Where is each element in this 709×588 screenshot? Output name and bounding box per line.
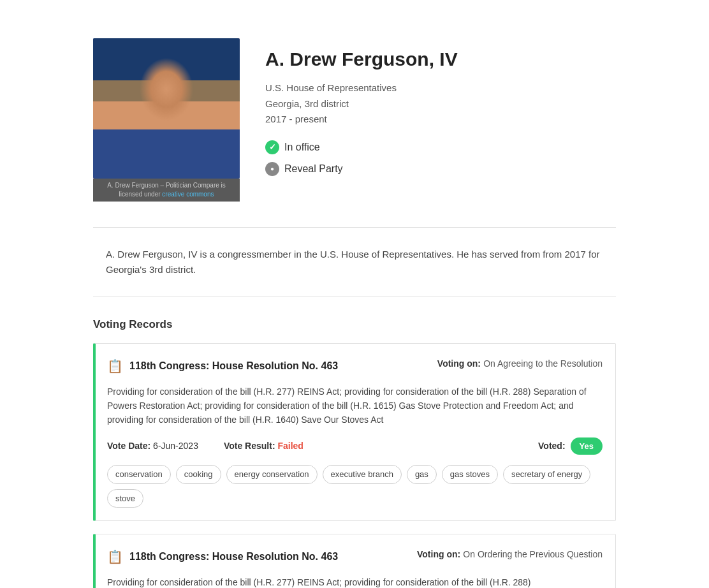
vote-result-value-1: Failed [277, 441, 303, 451]
caption-link[interactable]: creative commons [162, 191, 214, 198]
politician-district: Georgia, 3rd district [265, 97, 616, 112]
card-2-header: 📋 118th Congress: House Resolution No. 4… [107, 547, 603, 566]
card-1-voting-on: Voting on: On Agreeing to the Resolution [437, 356, 603, 371]
voting-on-value-1: On Agreeing to the Resolution [483, 358, 603, 369]
vote-date-label-1: Vote Date: [107, 441, 150, 451]
card-2-description: Providing for consideration of the bill … [107, 575, 603, 588]
card-1-title: 118th Congress: House Resolution No. 463 [129, 358, 338, 374]
page-wrapper: A. Drew Ferguson – Politician Compare is… [68, 0, 641, 588]
doc-icon-2: 📋 [107, 547, 123, 566]
bio-divider [93, 297, 616, 297]
doc-icon-1: 📋 [107, 356, 123, 376]
tag-energy-conservation[interactable]: energy conservation [226, 465, 318, 484]
profile-info: A. Drew Ferguson, IV U.S. House of Repre… [265, 38, 616, 183]
voted-label-1: Voted: [538, 439, 566, 453]
voting-records-section: Voting Records 📋 118th Congress: House R… [93, 316, 616, 588]
card-2-title-row: 📋 118th Congress: House Resolution No. 4… [107, 547, 338, 566]
card-2-voting-on: Voting on: On Ordering the Previous Ques… [417, 547, 603, 562]
card-1-voted: Voted: Yes [538, 437, 603, 455]
caption-text: A. Drew Ferguson – Politician Compare [107, 182, 219, 189]
tag-conservation[interactable]: conservation [107, 465, 171, 484]
tag-cooking[interactable]: cooking [176, 465, 221, 484]
card-1-title-row: 📋 118th Congress: House Resolution No. 4… [107, 356, 338, 376]
voting-records-title: Voting Records [93, 316, 616, 333]
vote-date-value-1: 6-Jun-2023 [153, 441, 198, 451]
image-caption: A. Drew Ferguson – Politician Compare is… [93, 179, 240, 202]
profile-image-wrapper: A. Drew Ferguson – Politician Compare is… [93, 38, 240, 202]
tag-gas-stoves[interactable]: gas stoves [442, 465, 498, 484]
tag-executive-branch[interactable]: executive branch [323, 465, 402, 484]
in-office-label: In office [284, 140, 320, 155]
tag-gas[interactable]: gas [407, 465, 437, 484]
voting-on-label-2: Voting on: [417, 549, 460, 559]
voting-on-label-1: Voting on: [437, 358, 481, 369]
reveal-party-icon [265, 162, 279, 176]
card-2-title: 118th Congress: House Resolution No. 463 [129, 549, 338, 564]
card-1-tags: conservation cooking energy conservation… [107, 465, 603, 508]
voting-on-value-2: On Ordering the Previous Question [463, 549, 603, 559]
in-office-icon [265, 140, 279, 154]
card-1-description: Providing for consideration of the bill … [107, 385, 603, 427]
vote-result-label-1: Vote Result: [224, 441, 275, 451]
card-1-meta-row: Vote Date: 6-Jun-2023 Vote Result: Faile… [107, 437, 603, 455]
photo-content [93, 38, 240, 179]
voted-badge-1: Yes [571, 437, 603, 455]
politician-term: 2017 - present [265, 112, 616, 127]
profile-photo [93, 38, 240, 179]
reveal-party-row[interactable]: Reveal Party [265, 161, 616, 177]
card-1-vote-result: Vote Result: Failed [224, 439, 303, 453]
voting-record-card-2: 📋 118th Congress: House Resolution No. 4… [93, 534, 616, 588]
politician-role: U.S. House of Representatives [265, 81, 616, 96]
card-1-header: 📋 118th Congress: House Resolution No. 4… [107, 356, 603, 376]
card-1-vote-date: Vote Date: 6-Jun-2023 [107, 439, 198, 453]
tag-secretary-of-energy[interactable]: secretary of energy [503, 465, 590, 484]
politician-name: A. Drew Ferguson, IV [265, 45, 616, 73]
voting-record-card-1: 📋 118th Congress: House Resolution No. 4… [93, 343, 616, 522]
tag-stove[interactable]: stove [107, 489, 143, 508]
bio-text: A. Drew Ferguson, IV is a congressmember… [93, 247, 616, 277]
profile-divider [93, 227, 616, 228]
reveal-party-label[interactable]: Reveal Party [284, 161, 343, 177]
in-office-row: In office [265, 140, 616, 155]
profile-section: A. Drew Ferguson – Politician Compare is… [93, 38, 616, 202]
